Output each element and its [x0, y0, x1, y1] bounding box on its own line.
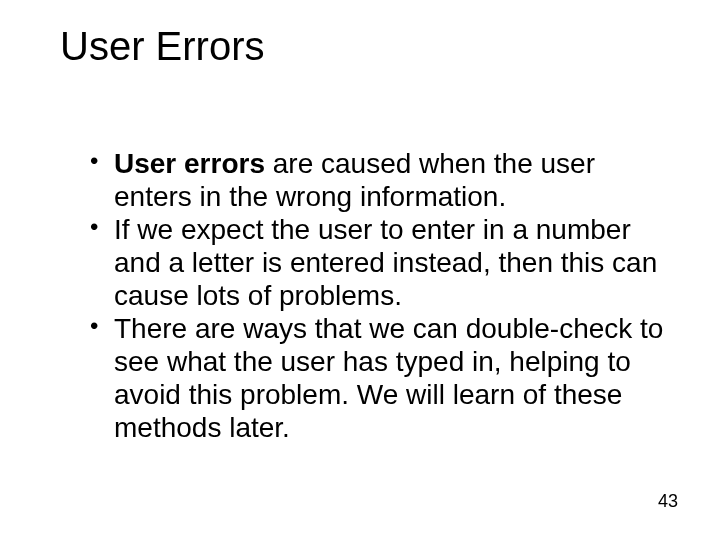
bullet-list: User errors are caused when the user ent… [60, 147, 672, 444]
slide: User Errors User errors are caused when … [0, 0, 720, 540]
list-item: There are ways that we can double-check … [90, 312, 672, 444]
slide-title: User Errors [60, 24, 672, 69]
page-number: 43 [658, 491, 678, 512]
bullet-text: If we expect the user to enter in a numb… [114, 214, 657, 311]
list-item: If we expect the user to enter in a numb… [90, 213, 672, 312]
list-item: User errors are caused when the user ent… [90, 147, 672, 213]
bullet-text: There are ways that we can double-check … [114, 313, 663, 443]
bullet-bold: User errors [114, 148, 265, 179]
